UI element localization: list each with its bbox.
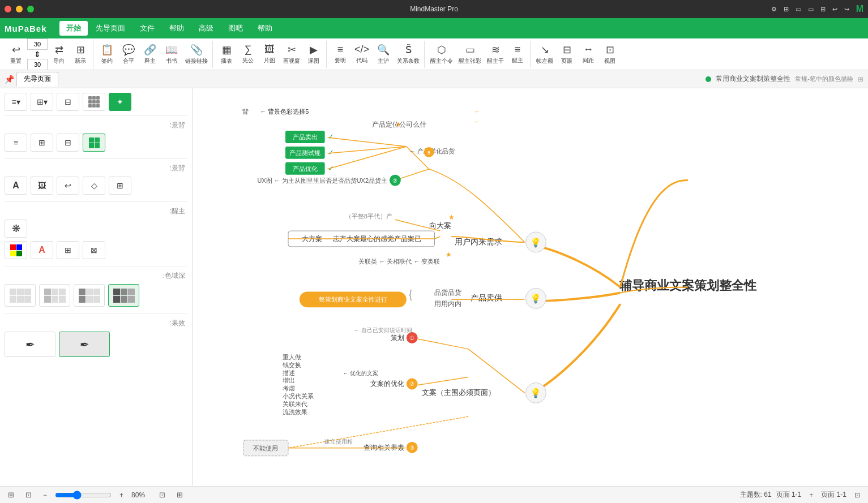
panel-btn-grid3[interactable]: [83, 134, 105, 152]
status-fit-btn[interactable]: ⊞: [5, 489, 18, 500]
sub-item-1[interactable]: 重人做: [283, 354, 301, 360]
tb-video[interactable]: ▶ 涿图: [303, 41, 324, 68]
panel-btn-text[interactable]: A: [5, 177, 27, 195]
tb-page-view[interactable]: ⊟ 页眼: [557, 41, 577, 68]
node-query[interactable]: 查询相关养素: [364, 444, 404, 452]
panel-btn-pen1[interactable]: ✒: [5, 332, 55, 357]
menu-item-gallery[interactable]: 图吧: [221, 21, 250, 36]
tb-layout[interactable]: ↘ 帧左额: [534, 41, 555, 68]
node-sell[interactable]: 产品卖出: [293, 134, 318, 140]
tb-view[interactable]: ⊡ 视图: [600, 41, 620, 68]
sub-item-5[interactable]: 考虑: [283, 385, 295, 392]
panel-btn-layout4[interactable]: ⊠: [83, 241, 105, 259]
node-ux[interactable]: UX图 ← 为主从图里里居否是否品货UX2品货主: [258, 177, 387, 184]
tb-spacing[interactable]: ↔ 间距: [578, 41, 598, 68]
zoom-in-btn[interactable]: +: [116, 490, 127, 500]
node-bg-sub[interactable]: ← 背景色彩选择5: [260, 108, 309, 115]
center-node-text[interactable]: 辅导商业文案策划整全性: [619, 278, 757, 293]
fullscreen-btn[interactable]: ⊞: [173, 489, 186, 500]
sub-item-6[interactable]: 小况代关系: [283, 393, 314, 399]
panel-btn-grid[interactable]: ⊞▾: [31, 93, 53, 111]
node-strategy[interactable]: 策划: [391, 334, 404, 342]
panel-btn-table3[interactable]: [74, 284, 105, 307]
tb-table[interactable]: ▦ 插表: [216, 41, 237, 68]
branch-label-article[interactable]: 文案（主围必须页面）: [422, 388, 495, 397]
tb-relation[interactable]: S̃ 关系条数: [395, 41, 422, 68]
node-goods[interactable]: 品货品货: [434, 289, 461, 296]
tb-outline[interactable]: ≡ 要明: [330, 41, 350, 68]
panel-btn-table2[interactable]: [39, 284, 70, 307]
number-input-top[interactable]: [27, 38, 48, 50]
tb-node-color[interactable]: ▭ 醒主张彩: [456, 41, 484, 68]
panel-btn-img[interactable]: 🖼: [31, 177, 53, 195]
panel-btn-grid2[interactable]: ⊞: [31, 134, 53, 152]
panel-btn-undo2[interactable]: ↩: [57, 177, 79, 195]
panel-btn-minus[interactable]: ⊟: [57, 134, 79, 152]
menu-item-guide[interactable]: 先导页面: [89, 21, 132, 36]
node-relation[interactable]: 关联类 ← 关相联代 ← 变类联: [358, 258, 440, 265]
tb-sign[interactable]: 📋 签约: [97, 41, 117, 68]
node-inner[interactable]: 用用内内: [434, 300, 461, 308]
minimize-button[interactable]: [16, 6, 23, 12]
panel-btn-star[interactable]: ✦: [109, 93, 131, 111]
panel-btn-table4[interactable]: [108, 284, 139, 307]
panel-btn-lines[interactable]: ≡: [5, 134, 27, 152]
number-input-bottom[interactable]: [27, 59, 48, 70]
node-direction[interactable]: 向大案: [429, 221, 451, 230]
node-test[interactable]: 产品测试规: [289, 149, 320, 156]
node-positioning[interactable]: 产品定位公司么什: [372, 121, 426, 128]
panel-btn-pen2[interactable]: ✒: [59, 332, 110, 357]
menu-item-advanced[interactable]: 高级: [192, 21, 220, 36]
close-button[interactable]: [5, 6, 11, 12]
sub-item-3[interactable]: 描述: [283, 369, 295, 376]
panel-btn-diamond[interactable]: ◇: [83, 177, 105, 195]
node-plan-period[interactable]: （平整8平代）产: [345, 213, 392, 220]
menu-item-help[interactable]: 帮助: [163, 21, 191, 36]
node-cannot-use[interactable]: 不能使用: [253, 445, 278, 452]
fit-page-btn[interactable]: ⊡: [156, 489, 169, 500]
tb-comment[interactable]: 💬 合平: [118, 41, 139, 68]
panel-btn-table1[interactable]: [5, 284, 36, 307]
tb-node-branch[interactable]: ≡ 醒主: [507, 41, 528, 68]
panel-btn-font[interactable]: A: [31, 241, 53, 259]
node-article-opt[interactable]: 文案的优化: [370, 380, 404, 388]
tb-screenshot[interactable]: ✂ 画视窗: [281, 41, 302, 68]
zoom-out-btn[interactable]: −: [40, 490, 50, 500]
panel-btn-flower[interactable]: ❋: [5, 220, 27, 238]
panel-btn-color[interactable]: [5, 241, 27, 259]
node-highlight[interactable]: 整策划商业文案全性进行: [319, 296, 387, 303]
tb-node-shape[interactable]: ⬡ 醒主个令: [428, 41, 455, 68]
sub-item-4[interactable]: 增出: [282, 377, 295, 384]
tb-subject[interactable]: 🔗 释主: [140, 41, 160, 68]
zoom-slider[interactable]: [55, 491, 112, 500]
panel-btn-layout2[interactable]: ⊟: [57, 93, 79, 111]
page-tab-guide[interactable]: 先导页面: [16, 72, 58, 87]
status-crop-btn[interactable]: ⊡: [22, 489, 35, 500]
status-expand-btn[interactable]: ⊡: [851, 490, 863, 500]
panel-btn-grid4[interactable]: ⊞: [109, 177, 131, 195]
panel-btn-layout3[interactable]: ⊞: [57, 241, 79, 259]
sub-item-7[interactable]: 关联来代: [283, 401, 307, 407]
tb-image[interactable]: 🖼 片图: [259, 41, 280, 68]
menu-item-file[interactable]: 文件: [133, 21, 161, 36]
tb-attach[interactable]: 📎 链接链接: [183, 41, 210, 68]
node-bg[interactable]: 背: [242, 108, 249, 115]
canvas-area[interactable]: 辅导商业文案策划整全性 💡 用户内来需求 💡 产品卖供 💡 文案（主围必须页: [193, 88, 868, 486]
tb-guide[interactable]: ⇄ 导向: [49, 41, 69, 68]
panel-btn-list[interactable]: ≡▾: [5, 93, 27, 111]
tb-node-line[interactable]: ≋ 醒主干: [485, 41, 506, 68]
panel-btn-dots[interactable]: [83, 93, 105, 111]
tb-formula[interactable]: ∑ 先公: [238, 41, 258, 68]
maximize-button[interactable]: [27, 6, 34, 12]
node-optimize[interactable]: 产品优化: [293, 165, 318, 172]
branch-label-product[interactable]: 产品卖供: [471, 293, 502, 302]
menu-item-start[interactable]: 开始: [59, 21, 88, 36]
add-page-btn[interactable]: +: [806, 490, 816, 500]
sub-item-2[interactable]: 钱交换: [282, 362, 301, 368]
menu-item-help2[interactable]: 帮助: [251, 21, 279, 36]
tb-code[interactable]: </> 代码: [352, 41, 372, 68]
tb-search[interactable]: 🔍 主沪: [373, 41, 394, 68]
sub-item-8[interactable]: 流洗效果: [283, 409, 307, 415]
tb-reset[interactable]: ↩ 重置: [6, 41, 26, 68]
tb-display[interactable]: ⊞ 新示: [70, 41, 91, 68]
